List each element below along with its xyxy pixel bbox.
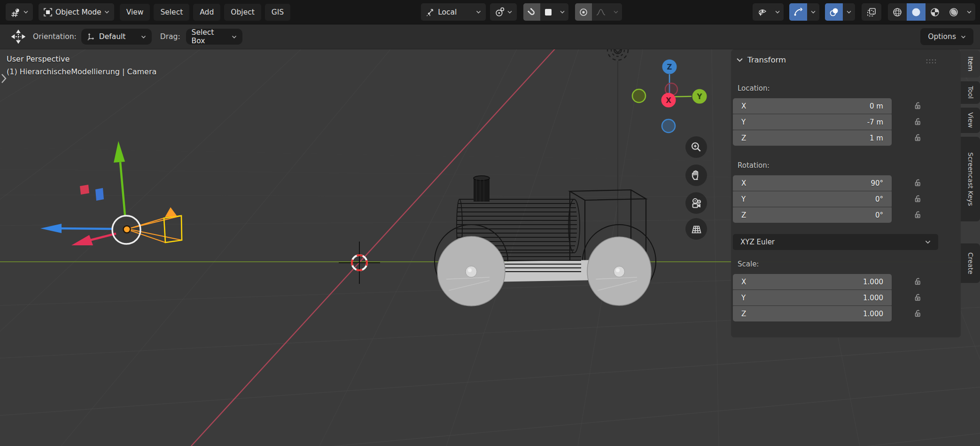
falloff-curve-button[interactable] (592, 3, 610, 21)
location-x-lock[interactable] (913, 102, 922, 110)
rotation-y-row: Y0° (733, 191, 958, 207)
unlock-icon (913, 133, 922, 142)
navigation-gizmo[interactable]: Z Y X (632, 60, 707, 133)
shading-material-button[interactable] (926, 3, 944, 21)
unlock-icon (913, 117, 922, 126)
gizmo-axis-y[interactable]: Y (692, 89, 707, 104)
snap-target-button[interactable] (540, 3, 556, 21)
menu-gis[interactable]: GIS (265, 4, 290, 21)
tab-screencast-keys[interactable]: Screencast Keys (961, 137, 980, 221)
tab-create[interactable]: Create (961, 243, 980, 283)
rotation-z-field[interactable]: Z0° (733, 207, 892, 223)
location-z-field[interactable]: Z1 m (733, 130, 892, 146)
toolbar-expand-chevron[interactable] (0, 70, 8, 86)
unlock-icon (913, 211, 922, 219)
default-orientation-icon (87, 32, 95, 41)
xray-toggle[interactable] (862, 3, 881, 21)
editor-type-button[interactable] (6, 3, 33, 21)
train-wheel-back[interactable] (587, 237, 651, 305)
snap-options-chevron[interactable] (556, 3, 568, 21)
tool-orientation-dropdown[interactable]: Default (81, 29, 152, 45)
location-label: Location: (738, 84, 770, 93)
rotation-mode-dropdown[interactable]: XYZ Euler (733, 234, 938, 250)
pivot-point-dropdown[interactable] (490, 3, 517, 21)
unlock-icon (913, 277, 922, 286)
scale-y-field[interactable]: Y1.000 (733, 290, 892, 305)
shading-solid-button[interactable] (907, 3, 926, 21)
scale-z-field[interactable]: Z1.000 (733, 306, 892, 321)
tab-tool[interactable]: Tool (961, 81, 980, 104)
rotation-y-lock[interactable] (913, 195, 922, 203)
gizmo-arrow-x[interactable] (61, 228, 112, 229)
gizmos-options-chevron[interactable] (807, 3, 819, 21)
rotation-x-lock[interactable] (913, 179, 922, 188)
rotation-z-lock[interactable] (913, 211, 922, 219)
snap-toggle[interactable] (523, 3, 540, 21)
chevron-down-icon (507, 10, 512, 14)
gizmo-plane-z[interactable] (95, 188, 104, 201)
gizmo-axis-z-neg[interactable] (662, 119, 675, 133)
light-object[interactable] (607, 39, 628, 261)
scale-x-field[interactable]: X1.000 (733, 274, 892, 290)
mode-selector[interactable]: Object Mode (39, 3, 114, 21)
tab-item[interactable]: Item (961, 50, 980, 78)
3d-viewport-editor-icon (10, 7, 21, 17)
pan-button[interactable] (685, 164, 707, 186)
options-button[interactable]: Options (920, 28, 973, 45)
menu-view[interactable]: View (120, 4, 150, 21)
proportional-editing-group (575, 3, 622, 21)
tool-settings-bar: Orientation: Default Drag: Select Box Op… (0, 24, 980, 49)
panel-collapse-chevron-icon (737, 58, 743, 62)
visibility-dropdown[interactable] (753, 3, 784, 21)
rotation-y-field[interactable]: Y0° (733, 191, 892, 207)
hand-icon (690, 169, 702, 181)
chevron-down-icon (614, 10, 618, 14)
gizmo-plane-x[interactable] (80, 185, 89, 195)
menu-object[interactable]: Object (224, 4, 261, 21)
camera-view-button[interactable] (685, 192, 707, 214)
menu-select[interactable]: Select (154, 4, 189, 21)
transform-panel-header[interactable]: Transform (737, 55, 786, 64)
gizmo-axis-z[interactable]: Z (662, 60, 677, 74)
gizmo-axis-y-neg[interactable] (632, 89, 646, 102)
zoom-button[interactable] (685, 136, 707, 158)
perspective-toggle-button[interactable] (685, 218, 707, 240)
show-overlays-toggle[interactable] (825, 3, 843, 21)
chevron-down-icon (775, 10, 780, 14)
gizmo-arrow-z[interactable] (120, 162, 125, 215)
shading-wireframe-button[interactable] (888, 3, 907, 21)
drag-mode-dropdown[interactable]: Select Box (186, 29, 242, 45)
solid-shading-icon (910, 7, 922, 18)
x-axis-line (191, 47, 557, 446)
panel-drag-grip-icon[interactable] (926, 59, 936, 64)
rotation-x-field[interactable]: X90° (733, 175, 892, 191)
move-gizmo[interactable] (40, 141, 140, 245)
location-z-lock[interactable] (913, 133, 922, 142)
panel-title: Transform (747, 55, 786, 64)
show-gizmos-toggle[interactable] (789, 3, 807, 21)
unlock-icon (913, 195, 922, 203)
shading-options-chevron[interactable] (963, 3, 975, 21)
scale-x-lock[interactable] (913, 277, 922, 286)
shading-rendered-button[interactable] (944, 3, 963, 21)
scale-z-lock[interactable] (913, 309, 922, 318)
train-wheel-front[interactable] (437, 236, 505, 306)
transform-orientation-dropdown[interactable]: Local (421, 3, 486, 21)
location-y-lock[interactable] (913, 117, 922, 126)
gizmo-axis-x[interactable]: X (661, 93, 676, 108)
scale-z-row: Z1.000 (733, 306, 958, 321)
chevron-down-icon (925, 240, 931, 244)
proportional-options-chevron[interactable] (610, 3, 622, 21)
overlays-options-chevron[interactable] (843, 3, 855, 21)
scale-y-lock[interactable] (913, 293, 922, 302)
orientation-icon (426, 8, 435, 17)
location-y-field[interactable]: Y-7 m (733, 114, 892, 130)
proportional-edit-toggle[interactable] (575, 3, 592, 21)
location-x-field[interactable]: X0 m (733, 98, 892, 114)
scale-x-row: X1.000 (733, 274, 958, 290)
tab-view[interactable]: View (961, 108, 980, 133)
material-preview-icon (929, 7, 941, 18)
menu-add[interactable]: Add (193, 4, 220, 21)
scale-y-row: Y1.000 (733, 290, 958, 305)
move-tool-icon[interactable] (11, 30, 25, 44)
